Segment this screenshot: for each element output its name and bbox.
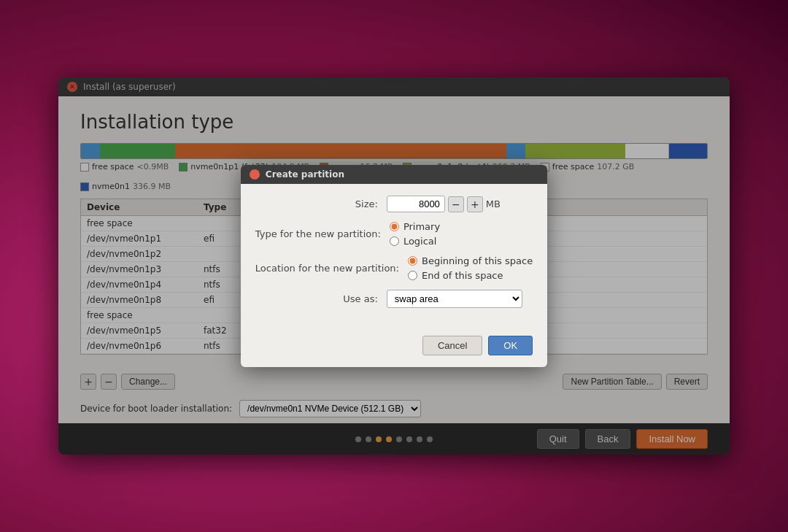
location-beginning-label: Beginning of this space <box>422 255 533 266</box>
location-row: Location for the new partition: Beginnin… <box>255 255 533 281</box>
type-primary-label: Primary <box>403 221 440 232</box>
location-beginning-radio[interactable] <box>408 256 417 266</box>
location-group: Beginning of this space End of this spac… <box>408 255 533 281</box>
size-input[interactable] <box>387 196 445 212</box>
cancel-button[interactable]: Cancel <box>422 336 482 355</box>
size-row: Size: − + MB <box>255 196 533 212</box>
ok-button[interactable]: OK <box>488 336 533 355</box>
type-primary-option[interactable]: Primary <box>390 221 440 232</box>
dialog-footer: Cancel OK <box>241 328 547 367</box>
location-label: Location for the new partition: <box>255 263 408 274</box>
dialog-close-icon[interactable] <box>250 169 260 180</box>
size-increase-button[interactable]: + <box>467 196 483 212</box>
size-decrease-button[interactable]: − <box>448 196 464 212</box>
location-end-label: End of this space <box>422 270 503 281</box>
use-as-select[interactable]: swap area Ext4 journaling file system Ex… <box>387 290 522 308</box>
use-as-label: Use as: <box>255 293 387 304</box>
type-primary-radio[interactable] <box>390 222 399 231</box>
dialog-title: Create partition <box>266 169 344 180</box>
type-logical-option[interactable]: Logical <box>390 236 440 247</box>
dialog-body: Size: − + MB Type for the new partition: <box>241 184 547 328</box>
partition-type-row: Type for the new partition: Primary Logi… <box>255 221 533 247</box>
dialog-overlay: Create partition Size: − + MB Type for t… <box>58 77 730 455</box>
location-end-option[interactable]: End of this space <box>408 270 533 281</box>
installer-window: ✕ Install (as superuser) Installation ty… <box>58 77 730 455</box>
size-unit: MB <box>486 198 501 209</box>
partition-type-group: Primary Logical <box>390 221 440 247</box>
location-beginning-option[interactable]: Beginning of this space <box>408 255 533 266</box>
create-partition-dialog: Create partition Size: − + MB Type for t… <box>241 165 547 367</box>
size-label: Size: <box>255 198 387 209</box>
location-end-radio[interactable] <box>408 271 417 280</box>
size-control: − + MB <box>387 196 501 212</box>
type-logical-radio[interactable] <box>390 236 399 246</box>
dialog-title-bar: Create partition <box>241 165 547 184</box>
use-as-row: Use as: swap area Ext4 journaling file s… <box>255 290 533 308</box>
partition-type-label: Type for the new partition: <box>255 228 390 239</box>
type-logical-label: Logical <box>403 236 437 247</box>
